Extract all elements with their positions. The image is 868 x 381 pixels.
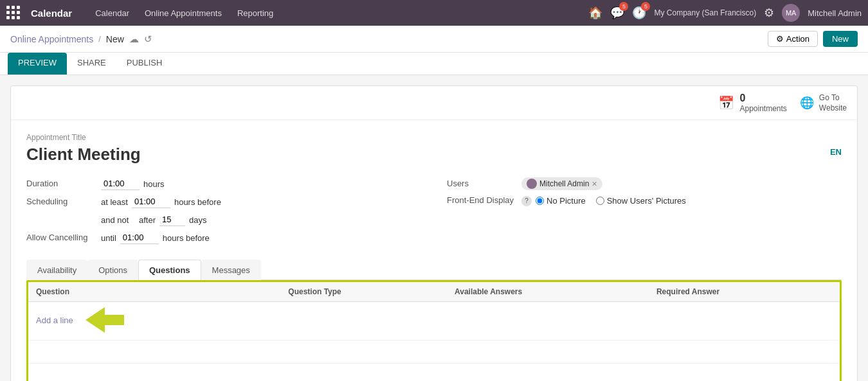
tab-publish[interactable]: PUBLISH (116, 53, 173, 75)
appointments-count: 0 (739, 93, 786, 104)
empty-row-1 (28, 341, 840, 364)
language-badge[interactable]: EN (830, 147, 842, 157)
top-right-icons: 🏠 💬 5 🕐 5 My Company (San Francisco) ⚙ M… (588, 4, 862, 22)
allow-cancelling-label: Allow Cancelling (26, 233, 97, 242)
radio-show-pictures[interactable]: Show Users' Pictures (596, 196, 686, 206)
tab-messages[interactable]: Messages (201, 260, 261, 280)
cancel-label: hours before (163, 233, 210, 243)
add-line-cell: Add a line (28, 302, 280, 341)
settings-icon[interactable]: ⚙ (764, 6, 774, 20)
add-line-link[interactable]: Add a line (36, 315, 73, 325)
questions-table-wrapper: Question Question Type Available Answers… (26, 280, 842, 381)
duration-label: Duration (26, 179, 97, 188)
top-tab-bar: PREVIEW SHARE PUBLISH (0, 53, 868, 75)
hours-before: hours before (174, 197, 221, 207)
appointments-count-box[interactable]: 📅 0 Appointments (718, 93, 786, 113)
cloud-save-icon[interactable]: ☁ (129, 33, 139, 45)
svg-marker-0 (86, 307, 124, 333)
left-fields: Duration hours Scheduling at least hours… (26, 177, 421, 249)
tab-preview[interactable]: PREVIEW (8, 53, 67, 75)
nav-link-reporting[interactable]: Reporting (231, 6, 280, 21)
goto-website-box[interactable]: 🌐 Go To Website (800, 93, 847, 112)
breadcrumb-separator: / (98, 34, 101, 44)
user-name: Mitchell Admin (808, 8, 862, 18)
goto-website-text: Go To Website (819, 93, 847, 112)
scheduling-hours-input[interactable] (132, 195, 170, 208)
tab-questions[interactable]: Questions (138, 260, 201, 280)
breadcrumb-actions: ⚙ Action New (768, 31, 858, 47)
col-question: Question (28, 282, 280, 302)
gear-icon: ⚙ (776, 34, 784, 44)
empty-row-2 (28, 364, 840, 382)
duration-unit: hours (143, 179, 165, 189)
frontend-display-label: Front-End Display (447, 195, 518, 205)
appointments-label: Appointments (739, 104, 786, 113)
chat-icon-btn[interactable]: 💬 5 (610, 6, 624, 20)
form-body: Appointment Title Client Meeting EN Dura… (11, 120, 857, 381)
frontend-radio-group: No Picture Show Users' Pictures (536, 196, 686, 206)
app-name: Calendar (31, 8, 72, 19)
company-name: My Company (San Francisco) (654, 8, 756, 17)
col-required-answer: Required Answer (649, 282, 840, 302)
radio-no-picture[interactable]: No Picture (536, 196, 586, 206)
at-least: at least (101, 197, 128, 207)
help-icon[interactable]: ? (521, 196, 532, 206)
breadcrumb-parent[interactable]: Online Appointments (10, 34, 93, 44)
user-tag: Mitchell Admin × (521, 177, 602, 190)
days-input[interactable] (159, 213, 185, 226)
scheduling-label: Scheduling (26, 197, 97, 206)
main-content: 📅 0 Appointments 🌐 Go To Website Appoint… (0, 75, 868, 381)
user-avatar-small (527, 179, 537, 189)
users-label: Users (447, 179, 518, 188)
top-navbar: Calendar Calendar Online Appointments Re… (0, 0, 868, 26)
and-not: and not (101, 215, 129, 225)
globe-icon: 🌐 (800, 96, 814, 110)
empty-type-cell (280, 302, 447, 341)
home-icon-btn[interactable]: 🏠 (588, 6, 602, 20)
cancel-hours-input[interactable] (120, 231, 159, 244)
action-label: Action (786, 34, 809, 44)
left-arrow-icon (86, 307, 124, 333)
activity-badge: 5 (641, 2, 650, 11)
table-row-add: Add a line (28, 302, 840, 341)
activity-icon-btn[interactable]: 🕐 5 (632, 6, 646, 20)
radio-no-picture-label: No Picture (547, 196, 586, 206)
col-question-type: Question Type (280, 282, 447, 302)
scheduling-row-2: and not after days (26, 213, 421, 226)
allow-cancelling-row: Allow Cancelling until hours before (26, 231, 421, 244)
breadcrumb-current: New (106, 34, 124, 44)
tab-share[interactable]: SHARE (67, 53, 116, 75)
top-nav-links: Calendar Online Appointments Reporting (89, 6, 578, 21)
fields-row-1: Duration hours Scheduling at least hours… (26, 177, 842, 249)
nav-link-calendar[interactable]: Calendar (89, 6, 136, 21)
duration-input[interactable] (101, 177, 140, 190)
form-card: 📅 0 Appointments 🌐 Go To Website Appoint… (10, 85, 858, 381)
nav-link-online-appt[interactable]: Online Appointments (138, 6, 228, 21)
appointments-info: 0 Appointments (739, 93, 786, 113)
remove-user-icon[interactable]: × (592, 179, 597, 189)
new-button[interactable]: New (823, 31, 858, 47)
appointment-title-label: Appointment Title (26, 133, 842, 142)
radio-show-pictures-label: Show Users' Pictures (607, 196, 686, 206)
tab-options[interactable]: Options (87, 260, 138, 280)
scheduling-row-1: Scheduling at least hours before (26, 195, 421, 208)
until-label: until (101, 233, 116, 243)
users-row: Users Mitchell Admin × (447, 177, 842, 190)
days-label: days (189, 215, 206, 225)
user-tag-name: Mitchell Admin (539, 179, 589, 188)
user-avatar[interactable]: MA (782, 4, 800, 22)
col-available-answers: Available Answers (447, 282, 649, 302)
inner-tabs: Availability Options Questions Messages (26, 260, 842, 280)
chat-badge: 5 (619, 2, 628, 11)
questions-table: Question Question Type Available Answers… (28, 282, 840, 381)
empty-answers-cell (447, 302, 649, 341)
action-button[interactable]: ⚙ Action (768, 31, 818, 47)
refresh-icon[interactable]: ↺ (144, 33, 152, 45)
app-grid-icon[interactable] (6, 6, 21, 20)
after-label: after (139, 215, 156, 225)
frontend-display-row: Front-End Display ? No Picture Show User… (447, 195, 842, 206)
right-fields: Users Mitchell Admin × Front-End Display… (447, 177, 842, 249)
duration-row: Duration hours (26, 177, 421, 190)
form-top-bar: 📅 0 Appointments 🌐 Go To Website (11, 86, 857, 120)
tab-availability[interactable]: Availability (26, 260, 87, 280)
